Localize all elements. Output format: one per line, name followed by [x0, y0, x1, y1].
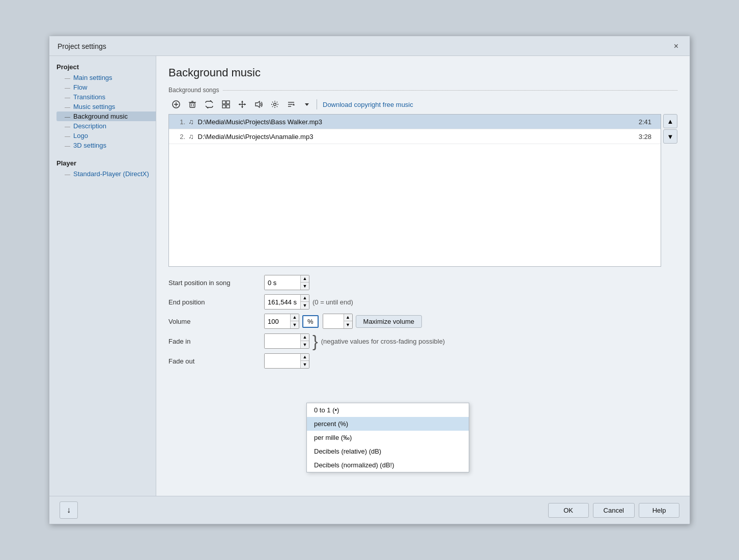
volume-controls: ▲ ▼ % ▲ ▼ Maximize volume: [264, 314, 677, 329]
cross-fade-hint: (negative values for cross-fading possib…: [321, 338, 445, 345]
sidebar-item-transitions[interactable]: Transitions: [56, 92, 156, 102]
scroll-down-button[interactable]: ▼: [663, 129, 677, 144]
fade-in-spinbox[interactable]: ▲ ▼: [264, 333, 309, 349]
volume-button[interactable]: [251, 98, 266, 111]
end-position-spinbox[interactable]: ▲ ▼: [264, 294, 309, 310]
end-position-up[interactable]: ▲: [301, 295, 309, 302]
volume-down[interactable]: ▼: [291, 321, 299, 328]
section-header: Background songs: [168, 87, 677, 94]
dropdown-item-decibels-normalized[interactable]: Decibels (normalized) (dB!): [307, 458, 469, 472]
fade-out-input[interactable]: [265, 354, 300, 368]
sidebar-item-standard-player[interactable]: Standard-Player (DirectX): [56, 169, 156, 179]
volume-input[interactable]: [265, 314, 290, 328]
volume-extra-down[interactable]: ▼: [344, 321, 352, 328]
fade-out-down[interactable]: ▼: [301, 361, 309, 368]
dropdown-item-per-mille[interactable]: per mille (‰): [307, 431, 469, 444]
player-section-label: Player: [56, 159, 156, 167]
sidebar-item-description[interactable]: Description: [56, 121, 156, 131]
help-button[interactable]: Help: [639, 503, 679, 518]
scroll-up-button[interactable]: ▲: [663, 114, 677, 128]
settings-button[interactable]: [267, 98, 282, 111]
brace-icon: }: [312, 333, 318, 349]
add-button[interactable]: [168, 98, 184, 111]
start-position-up[interactable]: ▲: [301, 275, 309, 283]
volume-extra-up[interactable]: ▲: [344, 314, 352, 321]
section-divider: [223, 90, 677, 91]
sidebar-item-3d-settings[interactable]: 3D settings: [56, 141, 156, 150]
volume-spinbox[interactable]: ▲ ▼: [264, 314, 299, 329]
start-position-arrows: ▲ ▼: [300, 275, 309, 290]
end-position-arrows: ▲ ▼: [300, 295, 309, 309]
volume-extra-spinbox[interactable]: ▲ ▼: [323, 314, 353, 329]
section-header-text: Background songs: [168, 87, 219, 94]
volume-extra-input[interactable]: [323, 314, 344, 328]
start-position-input[interactable]: [265, 275, 300, 290]
sidebar-label-music-settings: Music settings: [73, 103, 115, 110]
grid-button[interactable]: [218, 98, 234, 111]
volume-label: Volume: [168, 318, 260, 325]
volume-up[interactable]: ▲: [291, 314, 299, 321]
sidebar-label-description: Description: [73, 122, 106, 130]
svg-marker-17: [244, 103, 246, 105]
song-list[interactable]: 1. ♫ D:\Media\Music\Projects\Bass Walker…: [168, 114, 661, 267]
sidebar-item-flow[interactable]: Flow: [56, 82, 156, 92]
sidebar-item-logo[interactable]: Logo: [56, 131, 156, 141]
dropdown-item-percent[interactable]: percent (%): [307, 417, 469, 431]
cancel-button[interactable]: Cancel: [593, 503, 635, 518]
song-path-1: D:\Media\Music\Projects\Bass Walker.mp3: [198, 118, 639, 126]
delete-button[interactable]: [185, 98, 200, 111]
fade-out-label: Fade out: [168, 357, 260, 365]
song-row-1[interactable]: 1. ♫ D:\Media\Music\Projects\Bass Walker…: [169, 115, 661, 129]
start-position-spinbox[interactable]: ▲ ▼: [264, 275, 309, 290]
end-position-input[interactable]: [265, 295, 300, 309]
main-content: Background music Background songs: [156, 56, 690, 496]
fade-in-up[interactable]: ▲: [301, 334, 309, 341]
unit-dropdown-popup: 0 to 1 (•) percent (%) per mille (‰) Dec…: [306, 403, 469, 472]
delete-icon: [188, 100, 196, 108]
dropdown-arrow-button[interactable]: [300, 98, 314, 111]
sidebar-label-3d-settings: 3D settings: [73, 142, 106, 149]
song-num-2: 2.: [173, 133, 185, 141]
fade-in-down[interactable]: ▼: [301, 341, 309, 348]
maximize-volume-button[interactable]: Maximize volume: [356, 315, 422, 328]
footer-download-button[interactable]: ↓: [60, 501, 78, 519]
sidebar-item-main-settings[interactable]: Main settings: [56, 73, 156, 82]
song-duration-2: 3:28: [639, 133, 651, 141]
loop-button[interactable]: [201, 98, 217, 111]
loop-icon: [205, 100, 214, 108]
dropdown-item-decibels-relative[interactable]: Decibels (relative) (dB): [307, 444, 469, 458]
fade-in-arrows: ▲ ▼: [300, 334, 309, 348]
ok-button[interactable]: OK: [548, 503, 589, 518]
sort-button[interactable]: [283, 98, 299, 111]
svg-marker-18: [255, 101, 260, 107]
move-button[interactable]: [235, 98, 250, 111]
svg-point-19: [274, 103, 276, 106]
sidebar-item-background-music[interactable]: Background music: [56, 111, 156, 121]
fade-in-input[interactable]: [265, 334, 300, 348]
dropdown-item-zero-to-one[interactable]: 0 to 1 (•): [307, 403, 469, 417]
end-position-label: End position: [168, 298, 260, 306]
fade-out-up[interactable]: ▲: [301, 354, 309, 361]
fade-out-controls: ▲ ▼: [264, 353, 677, 369]
chevron-down-icon: [304, 102, 309, 107]
start-position-down[interactable]: ▼: [301, 283, 309, 290]
svg-marker-23: [293, 103, 295, 105]
sidebar-item-music-settings[interactable]: Music settings: [56, 102, 156, 111]
sidebar: Project Main settings Flow Transitions M…: [49, 56, 156, 496]
song-list-area: 1. ♫ D:\Media\Music\Projects\Bass Walker…: [168, 114, 677, 275]
end-position-down[interactable]: ▼: [301, 302, 309, 309]
fade-out-spinbox[interactable]: ▲ ▼: [264, 353, 309, 369]
download-link[interactable]: Download copyright free music: [323, 101, 413, 108]
music-icon-2: ♫: [188, 132, 194, 141]
fade-in-label: Fade in: [168, 338, 260, 345]
fade-in-controls: ▲ ▼ } (negative values for cross-fading …: [264, 333, 677, 349]
svg-rect-9: [226, 101, 230, 104]
dialog-title: Project settings: [58, 42, 106, 50]
start-position-controls: ▲ ▼: [264, 275, 677, 290]
volume-unit-button[interactable]: %: [302, 315, 319, 328]
song-row-2[interactable]: 2. ♫ D:\Media\Music\Projects\Anamalie.mp…: [169, 129, 661, 144]
close-button[interactable]: ×: [671, 41, 681, 51]
volume-icon: [254, 100, 263, 108]
move-icon: [238, 100, 246, 108]
end-position-controls: ▲ ▼ (0 = until end): [264, 294, 677, 310]
